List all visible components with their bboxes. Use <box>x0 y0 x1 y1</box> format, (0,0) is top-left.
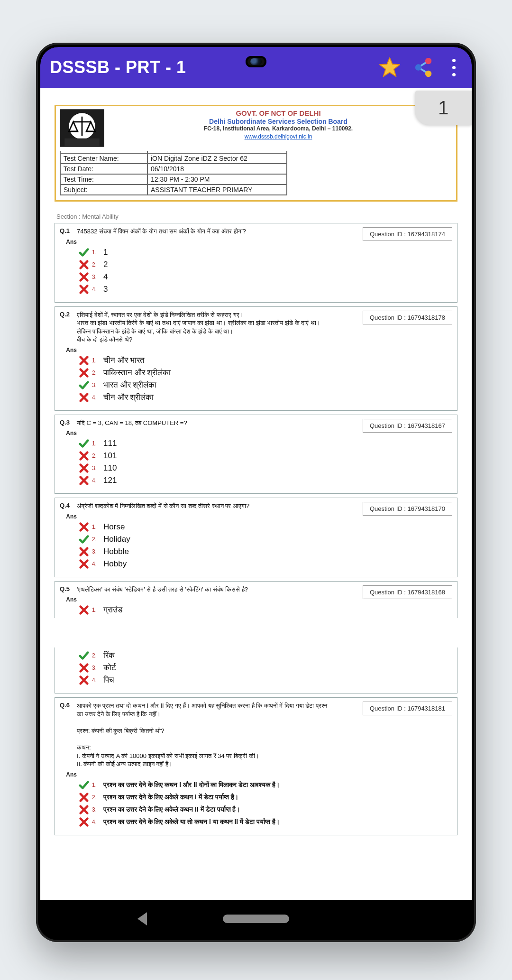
back-button[interactable] <box>137 912 147 925</box>
option-text: प्रश्न का उत्तर देने के लिए अकेले या तो … <box>103 818 280 826</box>
answer-option[interactable]: 3.कोर्ट <box>79 663 452 673</box>
option-number: 2. <box>92 370 99 376</box>
answer-option[interactable]: 3.4 <box>79 272 452 282</box>
option-number: 1. <box>92 249 99 256</box>
option-text: Horse <box>103 522 125 532</box>
option-text: 3 <box>103 285 108 294</box>
answer-option[interactable]: 1.ग्राउंड <box>79 605 452 615</box>
answer-option[interactable]: 1.111 <box>79 438 452 449</box>
answers-label: Ans <box>60 596 80 603</box>
option-text: 121 <box>103 476 117 485</box>
page-title: DSSSB - PRT - 1 <box>50 57 338 77</box>
answers-label: Ans <box>60 239 80 245</box>
answer-option[interactable]: 2.पाकिस्तान और श्रीलंका <box>79 368 452 378</box>
header-link[interactable]: www.dsssb.delhigovt.nic.in <box>245 133 312 140</box>
svg-point-3 <box>425 58 431 64</box>
info-label: Subject: <box>60 185 147 195</box>
question-id: Question ID : 16794318167 <box>363 419 452 433</box>
answer-option[interactable]: 2.प्रश्न का उत्तर देने के लिए अकेले कथन … <box>79 792 452 803</box>
option-number: 3. <box>92 382 99 388</box>
option-number: 4. <box>92 286 99 293</box>
board-logo <box>60 109 104 147</box>
answer-option[interactable]: 2.2 <box>79 259 452 270</box>
option-text: Hobby <box>103 559 127 569</box>
option-text: 4 <box>103 272 108 282</box>
answer-option[interactable]: 4.3 <box>79 284 452 295</box>
cross-icon <box>79 663 89 673</box>
cross-icon <box>79 463 89 473</box>
question-number: Q.2 <box>60 311 77 344</box>
info-value: 12:30 PM - 2:30 PM <box>147 174 287 185</box>
cross-icon <box>79 804 89 815</box>
info-label: Test Time: <box>60 174 147 185</box>
option-number: 2. <box>92 794 99 801</box>
favorite-button[interactable] <box>376 54 403 81</box>
app-bar: DSSSB - PRT - 1 <box>40 47 472 88</box>
option-text: पाकिस्तान और श्रीलंका <box>103 368 171 378</box>
front-camera <box>246 56 266 67</box>
answer-option[interactable]: 4.प्रश्न का उत्तर देने के लिए अकेले या त… <box>79 817 452 827</box>
page-number-badge[interactable]: 1 <box>415 91 472 125</box>
answer-option[interactable]: 4.121 <box>79 475 452 486</box>
info-value: ASSISTANT TEACHER PRIMARY <box>147 185 287 195</box>
share-button[interactable] <box>410 54 438 81</box>
info-value: 06/10/2018 <box>147 164 287 174</box>
question-id: Question ID : 16794318178 <box>363 311 452 324</box>
document-header: GOVT. OF NCT OF DELHI Delhi Subordinate … <box>55 105 457 202</box>
option-number: 2. <box>92 536 99 543</box>
header-line-1: GOVT. OF NCT OF DELHI <box>236 109 320 117</box>
option-number: 4. <box>92 819 99 825</box>
option-number: 1. <box>92 357 99 364</box>
cross-icon <box>79 817 89 827</box>
header-line-2: Delhi Subordinate Services Selection Boa… <box>104 118 452 125</box>
overflow-menu-button[interactable] <box>444 54 463 81</box>
svg-point-4 <box>415 64 421 70</box>
info-label: Test Center Name: <box>60 153 147 164</box>
cross-icon <box>79 675 89 685</box>
answer-option[interactable]: 3.110 <box>79 463 452 473</box>
answer-option[interactable]: 4.पिच <box>79 675 452 685</box>
option-text: 110 <box>103 463 117 473</box>
cross-icon <box>79 605 89 615</box>
cross-icon <box>79 522 89 532</box>
answers-label: Ans <box>60 430 80 436</box>
check-icon <box>79 650 89 661</box>
question-id: Question ID : 16794318168 <box>363 585 452 599</box>
check-icon <box>79 247 89 258</box>
star-icon <box>379 56 401 78</box>
answers-label: Ans <box>60 513 80 520</box>
answer-option[interactable]: 1.1 <box>79 247 452 258</box>
answer-option[interactable]: 1.चीन और भारत <box>79 355 452 366</box>
option-number: 2. <box>92 261 99 268</box>
option-text: ग्राउंड <box>103 605 122 615</box>
question-number: Q.6 <box>60 702 77 768</box>
answer-option[interactable]: 2.रिंक <box>79 650 452 661</box>
question-block: Question ID : 16794318181Q.6आपको एक प्रश… <box>55 697 457 835</box>
home-pill[interactable] <box>223 915 289 923</box>
answer-option[interactable]: 3.प्रश्न का उत्तर देने के लिए अकेले कथन … <box>79 804 452 815</box>
question-number: Q.3 <box>60 419 77 427</box>
answer-option[interactable]: 1.प्रश्न का उत्तर देने के लिए कथन I और I… <box>79 780 452 790</box>
question-number: Q.5 <box>60 585 77 594</box>
cross-icon <box>79 792 89 803</box>
option-text: प्रश्न का उत्तर देने के लिए अकेले कथन I … <box>103 793 238 801</box>
question-number: Q.1 <box>60 227 77 236</box>
answer-option[interactable]: 4.चीन और श्रीलंका <box>79 392 452 403</box>
option-text: भारत और श्रीलंका <box>103 380 156 390</box>
option-number: 3. <box>92 665 99 671</box>
option-text: रिंक <box>103 651 115 660</box>
answer-option[interactable]: 2.101 <box>79 451 452 461</box>
answer-option[interactable]: 1.Horse <box>79 522 452 532</box>
answer-option[interactable]: 3.भारत और श्रीलंका <box>79 380 452 390</box>
option-number: 1. <box>92 607 99 613</box>
option-number: 4. <box>92 477 99 484</box>
option-text: चीन और श्रीलंका <box>103 393 154 402</box>
answer-option[interactable]: 2.Holiday <box>79 534 452 545</box>
cross-icon <box>79 284 89 295</box>
answer-option[interactable]: 4.Hobby <box>79 559 452 569</box>
answers-label: Ans <box>60 347 80 353</box>
content-area[interactable]: 1 GOVT. OF NCT OF DELHI <box>40 88 472 900</box>
answer-option[interactable]: 3.Hobble <box>79 546 452 557</box>
page-gap <box>42 618 470 647</box>
exam-info-table: Test Center Name:iON Digital Zone iDZ 2 … <box>60 151 287 195</box>
